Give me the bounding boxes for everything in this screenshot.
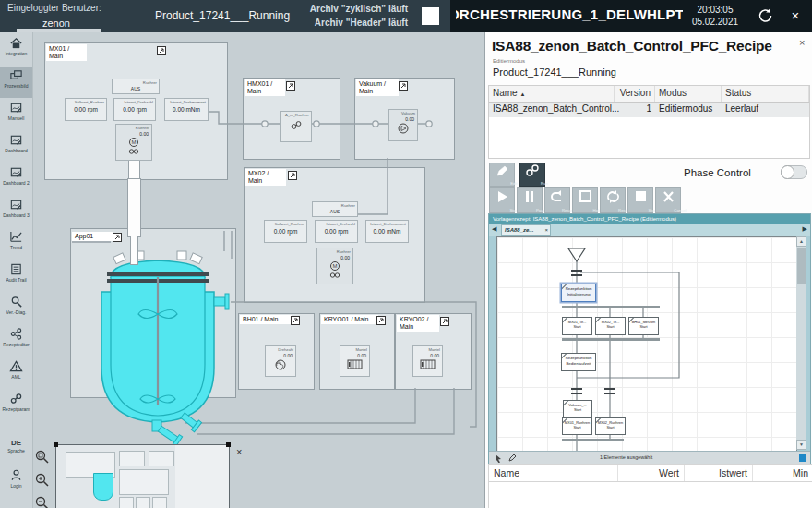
stop-button[interactable]: Stop: [627, 187, 653, 213]
expand-icon-mx01[interactable]: [157, 46, 166, 55]
sidebar-item-dashboard[interactable]: Dashboard: [0, 131, 32, 163]
zenon-runtime-window: Eingeloggter Benutzer: zenon Product_172…: [0, 0, 812, 508]
pfc-phase-vakuum[interactable]: Vakuum_...Start: [563, 400, 592, 417]
logged-in-label: Eingeloggter Benutzer:: [7, 3, 102, 13]
svg-text:M: M: [132, 139, 137, 145]
pfc-phase-mx01-te[interactable]: MX01_Te...Start: [562, 317, 592, 335]
hold-button[interactable]: Hold: [572, 187, 598, 213]
minimap-handle-right[interactable]: [226, 442, 231, 447]
col-name[interactable]: Name ▲: [489, 86, 615, 102]
pfc-recipe-tab[interactable]: ISA88_ze...×: [501, 224, 551, 236]
window-restore-icon[interactable]: [422, 7, 439, 25]
refresh-icon[interactable]: [755, 6, 775, 26]
pfc-phase-mx01-ruehren[interactable]: MX01_RuehrenStart: [562, 417, 592, 435]
cursor-icon: [494, 454, 503, 463]
project-title: ORCHESTRIERUNG_1_DELWHLPT02: [456, 6, 683, 23]
restart-button[interactable]: Restart: [600, 187, 626, 213]
mx02-speed-box: Istwert_Drehzahl0.00 rpm: [315, 220, 358, 243]
param-col-min[interactable]: Min: [753, 465, 812, 481]
expand-icon-mx02[interactable]: [288, 171, 297, 180]
sidebar-item-ver-diag[interactable]: Ver.-Diag.: [0, 293, 32, 324]
sidebar-item-rezepteditor[interactable]: Rezepteditor: [0, 325, 32, 357]
sidebar-item-manuell[interactable]: Manuell: [0, 99, 32, 130]
param-col-wert[interactable]: Wert: [618, 465, 685, 481]
cancel-button[interactable]: Cancel: [655, 187, 681, 213]
expand-icon-app01[interactable]: [113, 233, 122, 242]
param-col-name[interactable]: Name: [489, 465, 618, 481]
col-version[interactable]: Version: [615, 86, 655, 102]
scroll-up-icon[interactable]: ▲: [796, 236, 806, 247]
kryo02-equipment-box[interactable]: Mantel 0.00: [412, 345, 443, 377]
scrollbar-thumb[interactable]: [797, 248, 806, 284]
sidebar-item-sprache[interactable]: DE Sprache: [0, 436, 32, 464]
sidebar-item-trend[interactable]: Trend: [0, 228, 32, 260]
mx02-state-box[interactable]: Ruehrer AUS: [312, 201, 358, 217]
sidebar-item-rezeptparam[interactable]: Rezeptparam: [0, 390, 32, 421]
panel-title-bh01: BH01 / Main: [240, 315, 292, 324]
col-modus[interactable]: Modus: [655, 86, 722, 102]
start-button[interactable]: Start: [489, 187, 515, 213]
zoom-region-icon[interactable]: [34, 449, 50, 465]
batch-product-name: Product_17241___Running: [493, 67, 616, 78]
recipe-table-row[interactable]: ISA88_zenon_Batch_Control... 1 Editiermo…: [489, 103, 809, 117]
pfc-transition[interactable]: [571, 270, 582, 276]
pfc-step-bedienlaufzeit[interactable]: RezeptfunktionBedienlaufzeit: [561, 353, 596, 371]
sidebar-item-prozessbild[interactable]: Prozessbild: [0, 67, 32, 98]
sidebar-item-integration[interactable]: Integration: [0, 34, 32, 66]
pfc-canvas[interactable]: RezeptfunktionInitialisierung MX01_Te...…: [496, 236, 797, 452]
panel-chart-icon: [9, 101, 23, 115]
mx01-state-box[interactable]: Ruehrer AUS: [112, 79, 160, 94]
zoom-in-icon[interactable]: [34, 472, 50, 488]
kryo01-equipment-box[interactable]: Mantel 0.00: [340, 345, 370, 377]
phase-control-toggle[interactable]: [781, 165, 807, 179]
pfc-step-initialisierung[interactable]: RezeptfunktionInitialisierung: [561, 284, 596, 302]
edit-button[interactable]: Edit: [489, 163, 515, 187]
tab-scroll-left-icon[interactable]: ◀: [492, 225, 496, 233]
zoom-out-icon[interactable]: [34, 495, 50, 508]
mx02-motor[interactable]: Ruehrer 0.00 M: [316, 248, 353, 284]
pfc-phase-bh01-messen[interactable]: BH01_MessenStart: [628, 317, 659, 335]
pencil-icon: [490, 163, 514, 178]
pfc-vertical-scrollbar[interactable]: ▲ ▼: [796, 236, 806, 450]
minimap-handle-left[interactable]: [54, 442, 58, 447]
close-window-icon[interactable]: ×: [785, 6, 806, 26]
vakuum-pump-box[interactable]: Vakuum 0.00: [388, 109, 418, 141]
sidebar-item-login[interactable]: Login: [0, 466, 32, 502]
batch-panel-close-icon[interactable]: ×: [799, 37, 805, 48]
agitator-shaft-lower: [130, 236, 138, 265]
expand-icon-hmx01[interactable]: [286, 81, 295, 91]
col-status[interactable]: Status: [722, 86, 809, 102]
pfc-transition[interactable]: [604, 388, 615, 394]
chain-link-icon: [9, 392, 23, 405]
minimap-close-icon[interactable]: ×: [236, 446, 242, 457]
param-col-istwert[interactable]: Istwert: [685, 465, 753, 481]
topbar-right-section: ORCHESTRIERUNG_1_DELWHLPT02 20:03:05 05.…: [450, 0, 812, 32]
hmx01-equipment-box[interactable]: A_m_Ruehrer: [280, 111, 312, 142]
expand-icon-kryo01[interactable]: [376, 316, 386, 325]
pfc-phase-mx02-ruehren[interactable]: MX02_RuehrenStart: [595, 417, 626, 435]
run-button[interactable]: Run: [519, 163, 545, 187]
panel-app01: [70, 228, 236, 398]
mx01-motor[interactable]: Ruehrer 0.00 M: [115, 124, 152, 161]
pfc-phase-mx02-te[interactable]: MX02_Te...Start: [595, 317, 626, 335]
sidebar-item-dashboard-2[interactable]: Dashboard 2: [0, 163, 32, 195]
bh01-equipment-box[interactable]: Drehzahl 0.00: [265, 345, 296, 377]
expand-icon-vakuum[interactable]: [399, 81, 408, 91]
batch-mode-label: Editiermodus: [493, 58, 525, 64]
minimap[interactable]: [55, 444, 230, 508]
scroll-down-icon[interactable]: ▼: [796, 440, 806, 450]
mx01-setpoint-box: Sollwert_Ruehrer0.00 rpm: [65, 98, 107, 121]
sidebar-item-aml[interactable]: AML: [0, 357, 32, 389]
expand-icon-bh01[interactable]: [291, 316, 300, 325]
selection-status-text: 1 Elemente ausgewählt: [600, 454, 652, 460]
panel-title-vakuum: Vakuum /Main: [356, 79, 399, 96]
edit-pencil-icon: [508, 454, 517, 463]
pfc-transition[interactable]: [571, 388, 582, 394]
tab-close-icon[interactable]: ×: [544, 225, 548, 236]
sidebar-item-dashboard-3[interactable]: Dashboard 3: [0, 196, 32, 227]
tab-scroll-right-icon[interactable]: ▶: [803, 225, 807, 233]
pause-button[interactable]: Pause: [517, 187, 543, 213]
sidebar-item-audit-trail[interactable]: Audit Trail: [0, 260, 32, 292]
expand-icon-kryo02[interactable]: [440, 317, 449, 326]
resume-button[interactable]: Resume: [544, 187, 570, 213]
